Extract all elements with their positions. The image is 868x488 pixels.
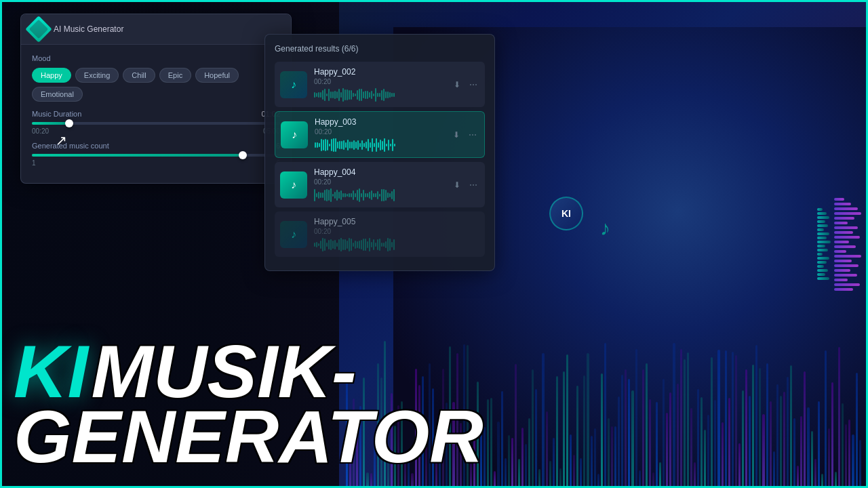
result-name-4: Happy_005	[314, 217, 479, 226]
more-icon-2[interactable]: ⋯	[467, 129, 479, 141]
result-thumb-1: ♪	[280, 71, 307, 98]
app-window: AI Music Generator Mood Happy Exciting C…	[20, 14, 292, 184]
result-name-2: Happy_003	[315, 117, 443, 127]
result-info-1: Happy_002 00:20	[314, 67, 444, 102]
cursor-arrow: ↖	[56, 132, 67, 148]
mood-tags-container: Happy Exciting Chill Epic Hopeful Emotio…	[32, 68, 280, 102]
app-logo	[25, 16, 52, 43]
mood-tag-exciting[interactable]: Exciting	[75, 68, 119, 83]
mood-tag-epic[interactable]: Epic	[159, 68, 191, 83]
download-icon-1[interactable]: ⬇	[451, 79, 463, 91]
mood-label: Mood	[32, 54, 280, 62]
result-info-3: Happy_004 00:20	[314, 167, 444, 202]
more-icon-1[interactable]: ⋯	[467, 79, 479, 91]
download-icon-2[interactable]: ⬇	[450, 129, 462, 141]
duration-min-label: 00:20	[32, 127, 49, 135]
result-duration-2: 00:20	[315, 128, 443, 136]
mood-tag-chill[interactable]: Chill	[123, 68, 155, 83]
duration-label: Music Duration	[32, 110, 81, 118]
mood-tag-emotional[interactable]: Emotional	[32, 87, 83, 102]
result-waveform-4	[314, 238, 479, 251]
wave-bars-right	[834, 7, 861, 481]
wave-bars-right2	[817, 34, 831, 454]
ki-badge: KI	[549, 197, 583, 230]
count-min-label: 1	[32, 159, 36, 167]
music-note-icon-4: ♪	[291, 228, 296, 241]
window-titlebar: AI Music Generator	[21, 14, 291, 45]
results-panel: Generated results (6/6) ♪ Happy_002 00:2…	[264, 34, 495, 271]
generator-text: GENERATOR	[14, 405, 484, 468]
result-thumb-3: ♪	[280, 171, 307, 199]
music-note-icon-3: ♪	[291, 179, 296, 191]
music-note-icon-2: ♪	[292, 129, 297, 141]
more-icon-3[interactable]: ⋯	[467, 179, 479, 191]
big-text-overlay: KI MUSIK- GENERATOR	[14, 338, 484, 468]
result-item-3[interactable]: ♪ Happy_004 00:20 ⬇ ⋯	[275, 162, 485, 207]
count-track[interactable]	[32, 154, 280, 157]
result-waveform-2	[315, 138, 443, 152]
result-actions-2: ⬇ ⋯	[450, 129, 479, 141]
count-fill	[32, 154, 243, 157]
mood-tag-happy[interactable]: Happy	[32, 68, 71, 83]
result-item-1[interactable]: ♪ Happy_002 00:20 ⬇ ⋯	[275, 62, 485, 107]
mood-tag-hopeful[interactable]: Hopeful	[195, 68, 239, 83]
music-note-decoration: ♪	[600, 217, 610, 240]
window-content: Mood Happy Exciting Chill Epic Hopeful E…	[21, 45, 291, 183]
results-header: Generated results (6/6)	[275, 44, 485, 54]
count-slider-section: Generated music count 6 1 6	[32, 142, 280, 167]
result-name-1: Happy_002	[314, 67, 444, 77]
result-duration-4: 00:20	[314, 228, 479, 235]
count-label: Generated music count	[32, 142, 109, 150]
result-actions-1: ⬇ ⋯	[451, 79, 479, 91]
result-duration-1: 00:20	[314, 78, 444, 85]
music-note-icon-1: ♪	[291, 79, 296, 91]
result-info-2: Happy_003 00:20	[315, 117, 443, 152]
result-waveform-3	[314, 188, 444, 202]
duration-thumb[interactable]	[65, 119, 73, 127]
duration-fill	[32, 122, 69, 125]
result-duration-3: 00:20	[314, 178, 444, 186]
result-info-4: Happy_005 00:20	[314, 217, 479, 251]
result-name-3: Happy_004	[314, 167, 444, 177]
download-icon-3[interactable]: ⬇	[451, 179, 463, 191]
result-waveform-1	[314, 88, 444, 102]
result-actions-3: ⬇ ⋯	[451, 179, 479, 191]
result-item-2[interactable]: ♪ Happy_003 00:20 ⬇ ⋯	[275, 111, 485, 158]
duration-track[interactable]	[32, 122, 280, 125]
duration-slider-section: Music Duration 01:02 00:20 05:00	[32, 110, 280, 135]
result-item-4[interactable]: ♪ Happy_005 00:20	[275, 211, 485, 257]
window-title: AI Music Generator	[54, 24, 123, 34]
result-thumb-2: ♪	[281, 121, 308, 148]
result-thumb-4: ♪	[280, 221, 307, 248]
count-thumb[interactable]	[239, 151, 247, 159]
